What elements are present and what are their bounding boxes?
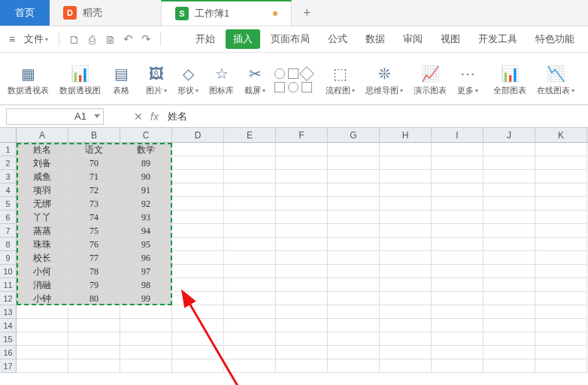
cell[interactable] <box>483 265 535 278</box>
cell[interactable]: 刘备 <box>17 156 68 170</box>
cell[interactable] <box>224 224 276 238</box>
menu-dev-tools[interactable]: 开发工具 <box>471 29 525 49</box>
cell[interactable] <box>535 332 587 346</box>
cell[interactable]: 姓名 <box>17 143 68 156</box>
cell[interactable] <box>432 211 483 224</box>
cell[interactable] <box>535 156 587 170</box>
cell[interactable]: 91 <box>120 183 172 197</box>
cell[interactable] <box>172 292 224 305</box>
cell[interactable] <box>535 211 587 224</box>
col-header-A[interactable]: A <box>17 128 68 142</box>
menu-view[interactable]: 视图 <box>433 29 468 49</box>
row-header[interactable]: 15 <box>0 332 17 346</box>
cell[interactable] <box>483 170 535 183</box>
cell[interactable] <box>120 319 172 332</box>
cell[interactable] <box>120 346 172 359</box>
cell[interactable] <box>17 305 68 319</box>
cell[interactable] <box>432 332 483 346</box>
cell[interactable] <box>483 359 535 373</box>
cell[interactable] <box>172 211 224 224</box>
cell[interactable] <box>483 224 535 238</box>
cell[interactable] <box>380 183 432 197</box>
cell[interactable] <box>535 143 587 156</box>
cell[interactable] <box>432 143 483 156</box>
cell[interactable] <box>535 265 587 278</box>
cell[interactable]: 小何 <box>17 265 68 278</box>
cell[interactable] <box>380 265 432 278</box>
cell[interactable] <box>432 170 483 183</box>
cell[interactable]: 78 <box>68 265 120 278</box>
cell[interactable] <box>328 143 380 156</box>
hamburger-icon[interactable]: ≡ <box>6 33 18 45</box>
menu-formula[interactable]: 公式 <box>320 29 355 49</box>
cell[interactable] <box>68 319 120 332</box>
cell[interactable] <box>432 224 483 238</box>
col-header-J[interactable]: J <box>483 128 535 142</box>
cell[interactable] <box>224 265 276 278</box>
cell[interactable] <box>68 346 120 359</box>
cell[interactable] <box>172 143 224 156</box>
menu-review[interactable]: 审阅 <box>396 29 430 49</box>
cell[interactable] <box>68 332 120 346</box>
cell[interactable] <box>380 332 432 346</box>
cell[interactable] <box>432 251 483 265</box>
cell[interactable] <box>224 278 276 292</box>
row-header[interactable]: 11 <box>0 278 17 292</box>
cell[interactable]: 99 <box>120 292 172 305</box>
cell[interactable]: 72 <box>68 183 120 197</box>
cell[interactable] <box>276 183 328 197</box>
row-header[interactable]: 7 <box>0 224 17 238</box>
ribbon-icon-lib[interactable]: ☆ 图标库 <box>205 56 238 105</box>
cell[interactable] <box>535 359 587 373</box>
cell[interactable] <box>483 278 535 292</box>
cell[interactable] <box>432 346 483 359</box>
cell[interactable]: 蒸蒸 <box>17 224 68 238</box>
cell[interactable]: 校长 <box>17 251 68 265</box>
row-header[interactable]: 6 <box>0 211 17 224</box>
cell[interactable] <box>535 346 587 359</box>
cell[interactable]: 93 <box>120 211 172 224</box>
cell[interactable] <box>328 251 380 265</box>
cell[interactable] <box>224 211 276 224</box>
name-box[interactable]: A1 <box>6 108 104 125</box>
cell[interactable] <box>432 238 483 251</box>
ribbon-more[interactable]: ⋯ 更多▾ <box>453 56 483 105</box>
cell[interactable] <box>535 319 587 332</box>
row-header[interactable]: 1 <box>0 143 17 156</box>
row-header[interactable]: 5 <box>0 197 17 211</box>
cell[interactable] <box>276 346 328 359</box>
cell[interactable] <box>120 359 172 373</box>
cell[interactable] <box>432 292 483 305</box>
qat-redo-icon[interactable]: ↷ <box>138 31 154 47</box>
cell[interactable] <box>224 197 276 211</box>
tab-daoke[interactable]: D 稻壳 <box>50 0 116 26</box>
cell[interactable]: 71 <box>68 170 120 183</box>
cell[interactable]: 80 <box>68 292 120 305</box>
cell[interactable] <box>224 143 276 156</box>
cell[interactable] <box>380 224 432 238</box>
cell[interactable] <box>172 265 224 278</box>
cell[interactable] <box>224 238 276 251</box>
cell[interactable] <box>380 211 432 224</box>
cell[interactable] <box>68 359 120 373</box>
row-header[interactable]: 17 <box>0 359 17 373</box>
cell[interactable] <box>276 319 328 332</box>
cell[interactable] <box>17 332 68 346</box>
cell[interactable] <box>224 359 276 373</box>
cell[interactable] <box>17 359 68 373</box>
row-header[interactable]: 2 <box>0 156 17 170</box>
cell[interactable] <box>172 332 224 346</box>
cell[interactable] <box>224 332 276 346</box>
cell[interactable] <box>172 319 224 332</box>
cell[interactable]: 70 <box>68 156 120 170</box>
cell[interactable]: 76 <box>68 238 120 251</box>
cell[interactable] <box>276 156 328 170</box>
cell[interactable] <box>483 238 535 251</box>
ribbon-table[interactable]: ▤ 表格 <box>107 56 135 105</box>
cell[interactable] <box>276 332 328 346</box>
col-header-K[interactable]: K <box>535 128 587 142</box>
cell[interactable]: 小钟 <box>17 292 68 305</box>
cell[interactable] <box>535 238 587 251</box>
ribbon-demo-chart[interactable]: 📈 演示图表 <box>409 56 451 105</box>
tab-workbook[interactable]: S 工作簿1 <box>161 0 292 26</box>
